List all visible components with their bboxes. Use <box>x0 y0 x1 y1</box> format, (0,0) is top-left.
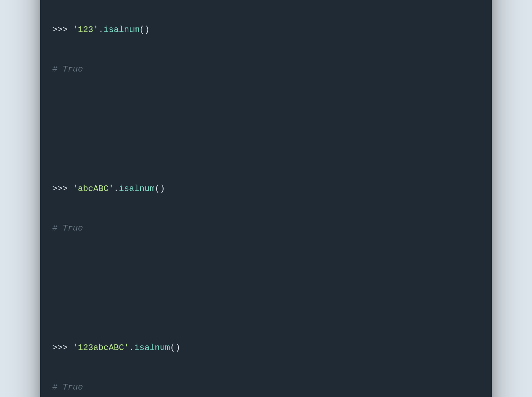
code-block: >>> '123'.isalnum() # True <box>52 0 480 102</box>
string-literal: 'abcABC' <box>73 184 114 194</box>
string-literal: '123abcABC' <box>73 343 129 353</box>
code-block: >>> 'abcABC'.isalnum() # True <box>52 155 480 261</box>
comment-line: # True <box>52 63 480 76</box>
comment-line: # True <box>52 381 480 394</box>
repl-prompt: >>> <box>52 184 73 194</box>
string-literal: '123' <box>73 25 99 35</box>
code-content: >>> ''.isalnum() # False >>> ' '.isalnum… <box>52 0 480 397</box>
code-block: >>> '123abcABC'.isalnum() # True <box>52 314 480 397</box>
comment-line: # True <box>52 222 480 235</box>
method-name: isalnum <box>119 184 155 194</box>
dot-operator: . <box>114 184 119 194</box>
terminal-window: >>> ''.isalnum() # False >>> ' '.isalnum… <box>40 0 492 397</box>
parentheses: () <box>155 184 165 194</box>
repl-prompt: >>> <box>52 343 73 353</box>
code-line: >>> '123abcABC'.isalnum() <box>52 341 480 354</box>
dot-operator: . <box>99 25 103 35</box>
code-line: >>> '123'.isalnum() <box>52 23 480 36</box>
method-name: isalnum <box>134 343 170 353</box>
parentheses: () <box>170 343 180 353</box>
code-line: >>> 'abcABC'.isalnum() <box>52 182 480 195</box>
repl-prompt: >>> <box>52 25 73 35</box>
dot-operator: . <box>129 343 134 353</box>
method-name: isalnum <box>103 25 139 35</box>
parentheses: () <box>139 25 150 35</box>
